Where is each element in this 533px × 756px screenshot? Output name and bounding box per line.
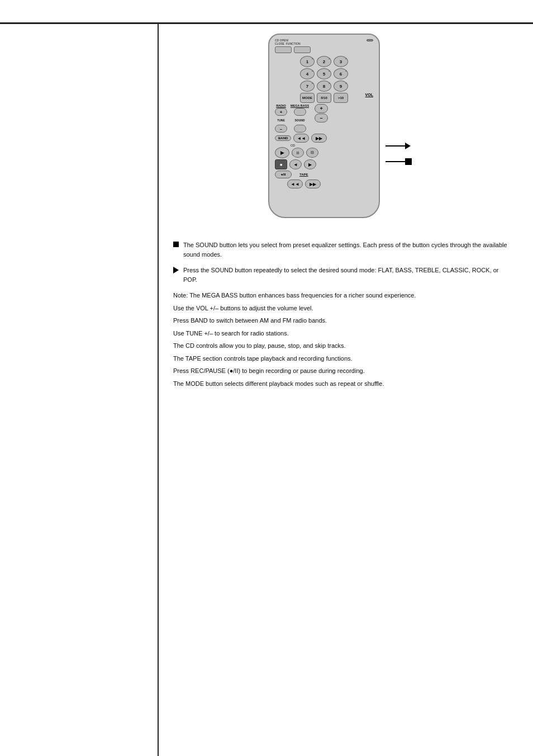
cd-controls-row: ▶ II ⊟ [275, 147, 373, 158]
cd-play-btn[interactable]: ▶ [275, 147, 289, 158]
prev-btn[interactable]: ◄ [289, 159, 302, 169]
btn-1[interactable]: 1 [300, 56, 315, 67]
note1-text: Note: The MEGA BASS button enhances bass… [173, 291, 508, 388]
vol-plus-btn[interactable]: + [315, 104, 328, 113]
btn-7[interactable]: 7 [300, 81, 315, 92]
cd-open-close-btn[interactable] [275, 46, 292, 53]
band-btn[interactable]: BAND [275, 135, 291, 141]
zero-ten-btn[interactable]: 0/10 [317, 93, 331, 103]
num-row-1: 1 2 3 [275, 56, 373, 67]
section2-icon [173, 267, 179, 273]
btn-4[interactable]: 4 [300, 68, 315, 79]
power-button[interactable] [367, 39, 373, 41]
tape-rew-btn[interactable]: ◄◄ [287, 179, 303, 188]
tape-label: TAPE [299, 173, 308, 176]
left-border [158, 24, 159, 756]
btn-8[interactable]: 8 [317, 81, 331, 92]
btn-3[interactable]: 3 [334, 56, 348, 67]
rec-row: ●/II TAPE [275, 171, 373, 178]
vol-minus-btn[interactable]: – [315, 114, 328, 122]
top-border [0, 22, 533, 24]
function-btn[interactable] [294, 46, 311, 53]
vol-label: VOL [365, 93, 373, 97]
stop-row: ■ ◄ ▶ [275, 159, 373, 169]
btn-9[interactable]: 9 [334, 81, 348, 92]
tune-label: TUNE [275, 116, 287, 124]
next-btn[interactable]: ▶ [304, 159, 316, 169]
cd-open-close-label: CD OPEN/CLOSE FUNCTION [275, 39, 311, 45]
mega-bass-down-btn[interactable] [294, 125, 306, 133]
btn-2[interactable]: 2 [317, 56, 331, 67]
section2-text: Press the SOUND button repeatedly to sel… [183, 266, 508, 284]
cd-pause-btn[interactable]: II [292, 148, 304, 158]
radio-plus-btn[interactable]: + [275, 108, 287, 116]
section-block-1: The SOUND button lets you select from pr… [173, 240, 508, 259]
mega-bass-up-btn[interactable] [294, 108, 306, 116]
text-area: The SOUND button lets you select from pr… [173, 240, 508, 391]
radio-minus-btn[interactable]: – [275, 125, 287, 133]
callout-square-2 [386, 158, 412, 165]
cd-repeat-btn[interactable]: ⊟ [306, 148, 318, 158]
section1-text: The SOUND button lets you select from pr… [183, 240, 508, 259]
tape-fwd-btn[interactable]: ▶▶ [305, 179, 321, 188]
section-block-2: Press the SOUND button repeatedly to sel… [173, 266, 508, 284]
mode-btn[interactable]: MODE [300, 93, 315, 103]
callout-arrow-1 [386, 143, 411, 149]
num-row-2: 4 5 6 [275, 68, 373, 79]
gt10-btn[interactable]: >10 [334, 93, 348, 103]
btn-6[interactable]: 6 [334, 68, 348, 79]
sound-label: SOUND [294, 116, 306, 124]
radio-label: RADIO [276, 104, 286, 107]
mega-bass-label: MEGA BASS [291, 104, 309, 107]
rec-pause-btn[interactable]: ●/II [275, 171, 292, 178]
stop-btn[interactable]: ■ [275, 159, 287, 169]
skip-back-btn[interactable]: ◄◄ [293, 134, 309, 143]
btn-5[interactable]: 5 [317, 68, 331, 79]
remote-body: CD OPEN/CLOSE FUNCTION 1 2 3 4 5 6 7 8 9 [268, 34, 380, 218]
num-row-3: 7 8 9 [275, 81, 373, 92]
band-skip-row: BAND ◄◄ ▶▶ [275, 134, 373, 143]
skip-fwd-btn[interactable]: ▶▶ [311, 134, 327, 143]
section1-icon [173, 242, 179, 247]
remote-control-image: CD OPEN/CLOSE FUNCTION 1 2 3 4 5 6 7 8 9 [268, 34, 391, 224]
mode-row: MODE 0/10 >10 [275, 93, 373, 103]
